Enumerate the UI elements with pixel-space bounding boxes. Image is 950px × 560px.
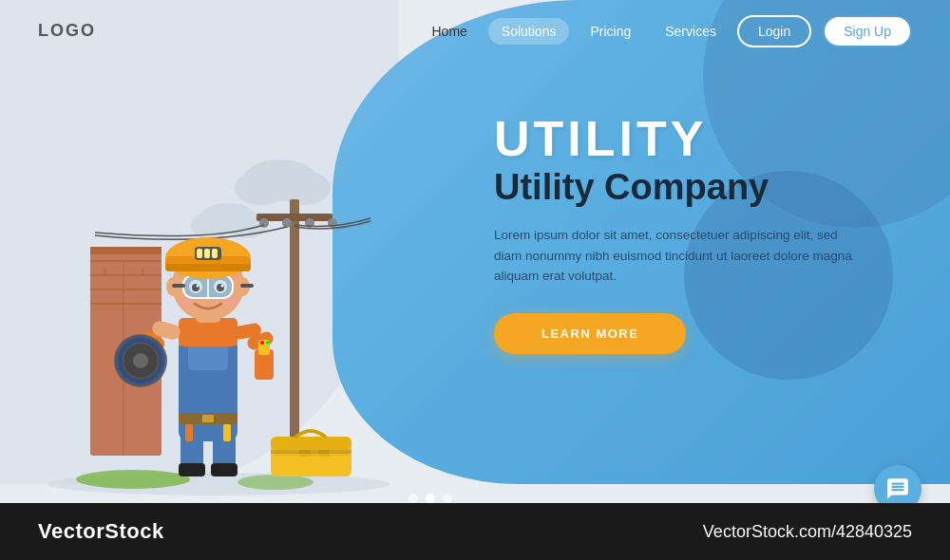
learn-more-button[interactable]: LEARN MORE [494,313,686,354]
login-button[interactable]: Login [737,15,811,47]
carousel-dots [408,494,452,503]
svg-rect-72 [204,249,210,258]
svg-rect-57 [172,284,185,288]
hero-content: UTILITY Utility Company Lorem ipsum dolo… [494,114,893,354]
svg-point-63 [197,285,200,288]
svg-point-3 [277,171,331,205]
svg-rect-31 [211,463,238,476]
hero-illustration [38,95,399,503]
footer-bar: VectorStock VectorStock.com/42840325 [0,503,950,560]
navbar: LOGO Home Solutions Pricing Services Log… [0,0,950,62]
page-wrapper: LOGO Home Solutions Pricing Services Log… [0,0,950,560]
nav-links: Home Solutions Pricing Services Login Si… [418,15,912,47]
svg-point-64 [221,285,224,288]
svg-point-41 [133,353,148,368]
svg-rect-71 [197,249,202,258]
svg-rect-79 [271,450,352,454]
svg-point-65 [178,297,193,307]
svg-rect-30 [179,463,205,476]
svg-point-19 [282,218,292,228]
nav-link-pricing[interactable]: Pricing [577,18,644,45]
svg-rect-34 [185,424,193,441]
nav-link-home[interactable]: Home [418,18,480,45]
svg-rect-73 [212,249,218,258]
svg-rect-33 [202,415,214,422]
svg-point-48 [260,341,264,345]
svg-point-22 [76,470,190,489]
svg-rect-8 [90,247,162,254]
nav-link-solutions[interactable]: Solutions [488,18,570,45]
svg-rect-17 [256,214,332,221]
svg-rect-16 [290,199,299,456]
svg-point-23 [238,475,314,490]
svg-rect-58 [240,284,254,288]
nav-link-services[interactable]: Services [652,18,730,45]
carousel-dot-3[interactable] [443,494,452,503]
signup-button[interactable]: Sign Up [823,15,912,47]
footer-brand: VectorStock [38,519,164,544]
svg-rect-35 [223,424,231,441]
svg-point-66 [223,297,238,307]
svg-point-49 [266,341,270,345]
svg-rect-69 [165,264,251,271]
hero-title-bottom: Utility Company [494,167,893,208]
hero-description: Lorem ipsum dolor sit amet, consectetuer… [494,225,855,287]
carousel-dot-2[interactable] [426,494,435,503]
hero-title-top: UTILITY [494,114,893,163]
chat-icon [885,476,910,501]
footer-url: VectorStock.com/42840325 [703,522,912,542]
logo: LOGO [38,21,96,41]
svg-rect-75 [271,437,352,450]
carousel-dot-1[interactable] [408,494,418,503]
